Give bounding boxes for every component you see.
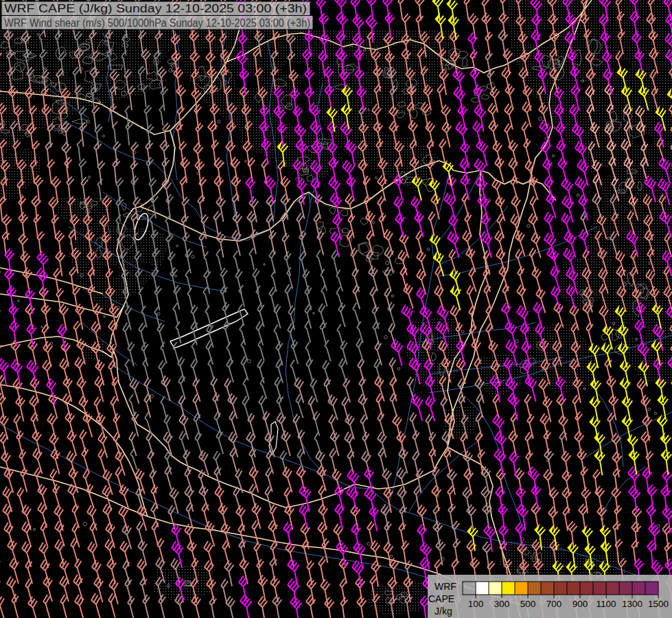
- svg-text:CAPE: CAPE: [428, 593, 454, 604]
- svg-text:1500: 1500: [648, 599, 669, 609]
- svg-text:1300: 1300: [622, 599, 642, 609]
- svg-text:J/kg: J/kg: [435, 606, 452, 617]
- svg-text:900: 900: [572, 599, 588, 609]
- svg-text:700: 700: [546, 599, 562, 609]
- svg-text:WRF Wind shear (m/s) 500/1000h: WRF Wind shear (m/s) 500/1000hPa Sunday …: [4, 17, 310, 29]
- svg-text:100: 100: [468, 599, 484, 609]
- svg-text:WRF CAPE (J/kg) Sunday 12-10-2: WRF CAPE (J/kg) Sunday 12-10-2025 03:00 …: [4, 3, 307, 14]
- svg-text:1100: 1100: [596, 599, 616, 609]
- svg-text:WRF: WRF: [435, 581, 456, 592]
- svg-text:300: 300: [494, 599, 510, 609]
- svg-text:500: 500: [520, 599, 536, 609]
